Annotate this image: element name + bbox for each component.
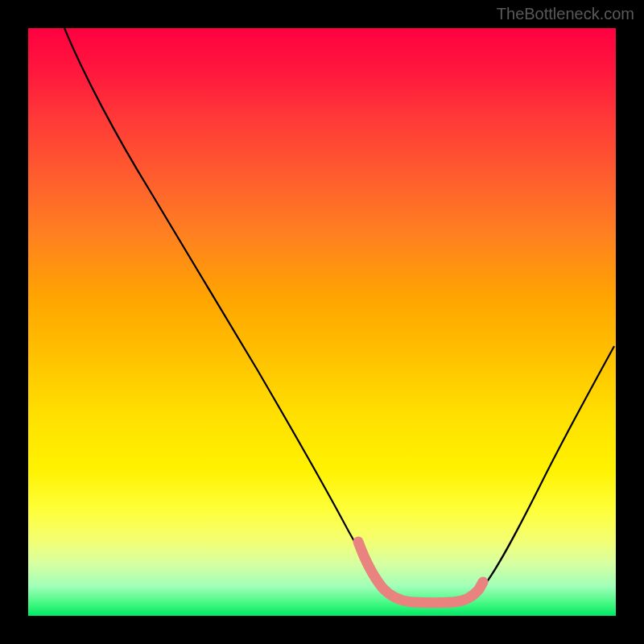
- watermark-text: TheBottleneck.com: [497, 5, 634, 23]
- plot-area: [28, 28, 616, 616]
- chart-svg: [28, 28, 616, 616]
- pink-overlay: [358, 542, 483, 603]
- main-curve: [64, 28, 614, 601]
